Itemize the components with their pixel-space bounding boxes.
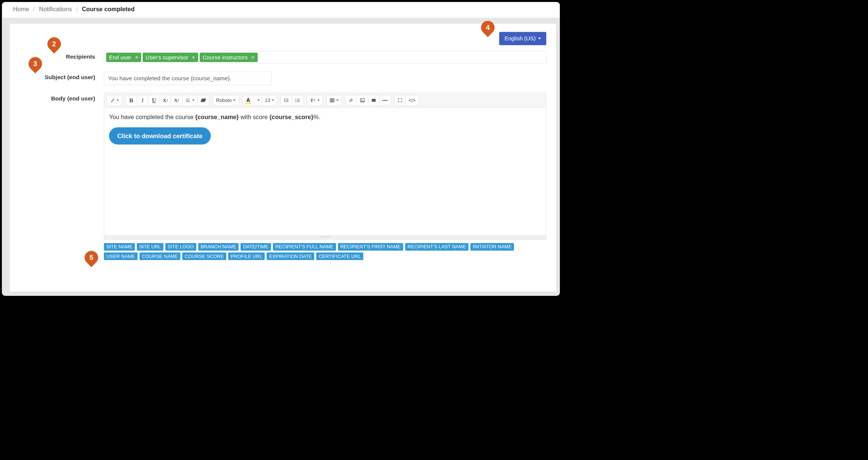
variable-chip[interactable]: SITE URL [137, 243, 163, 251]
breadcrumb-notifications[interactable]: Notifications [39, 6, 72, 13]
list-ol-icon: 123 [295, 97, 300, 103]
body-text: You have completed the course {course_na… [109, 114, 541, 121]
underline-button[interactable]: U [148, 95, 160, 105]
table-button[interactable] [326, 95, 341, 105]
variable-chip[interactable]: SITE NAME [104, 243, 135, 251]
variable-chip[interactable]: RECIPIENT'S LAST NAME [405, 243, 469, 251]
recipients-input[interactable]: End user ✕ User's supervisor ✕ Course in… [104, 51, 546, 64]
caret-down-icon [272, 100, 274, 101]
fullscreen-button[interactable] [394, 95, 406, 105]
image-button[interactable] [356, 95, 368, 105]
font-color-dropdown[interactable] [254, 95, 262, 105]
svg-point-1 [284, 100, 285, 100]
magic-tool-button[interactable] [106, 95, 122, 105]
app-window: Home / Notifications / Course completed … [2, 2, 560, 296]
link-icon [348, 97, 353, 103]
magic-wand-icon [110, 97, 115, 103]
variable-chip[interactable]: CERTIFICATE URL [316, 252, 363, 260]
video-icon [372, 99, 375, 102]
recipient-tag: User's supervisor ✕ [143, 53, 198, 62]
eraser-icon [201, 99, 206, 102]
subject-row: Subject (end user) [19, 72, 546, 85]
variable-chip[interactable]: USER NAME [104, 252, 137, 260]
remove-tag-icon[interactable]: ✕ [135, 55, 139, 60]
rich-text-editor: B I U X2 X2 [104, 93, 546, 240]
remove-tag-icon[interactable]: ✕ [251, 55, 255, 60]
caret-down-icon [192, 100, 195, 101]
editor-toolbar: B I U X2 X2 [104, 93, 546, 108]
variable-chip[interactable]: COURSE NAME [139, 252, 180, 260]
image-icon [360, 97, 365, 103]
breadcrumb-home[interactable]: Home [13, 6, 29, 13]
variable-chip[interactable]: BRANCH NAME [198, 243, 239, 251]
table-icon [329, 97, 335, 103]
code-view-button[interactable]: </> [406, 95, 419, 105]
caret-down-icon [117, 100, 119, 101]
recipient-tag: End user ✕ [106, 53, 141, 62]
ordered-list-button[interactable]: 123 [292, 95, 304, 105]
variable-chip[interactable]: RECIPIENT'S FULL NAME [273, 243, 336, 251]
recipient-tag: Course instructors ✕ [200, 53, 258, 62]
align-button[interactable] [182, 95, 198, 105]
subject-input[interactable] [104, 72, 272, 85]
editor-content-area[interactable]: You have completed the course {course_na… [104, 108, 546, 236]
variable-chip[interactable]: COURSE SCORE [182, 252, 226, 260]
main-panel: 2 3 4 5 English (US) Recipients [10, 24, 556, 291]
svg-point-2 [284, 101, 285, 102]
svg-rect-6 [330, 99, 334, 102]
variable-chips-row: SITE NAME SITE URL SITE LOGO BRANCH NAME… [104, 240, 546, 260]
video-button[interactable] [368, 95, 379, 105]
breadcrumb-separator: / [33, 6, 35, 13]
align-left-icon [185, 97, 190, 103]
recipients-row: Recipients End user ✕ User's supervisor … [19, 51, 546, 64]
svg-point-8 [361, 99, 362, 100]
eraser-button[interactable] [198, 95, 209, 105]
content-area: 2 3 4 5 English (US) Recipients [2, 18, 560, 295]
recipients-label: Recipients [19, 51, 104, 60]
variable-chip[interactable]: DATE/TIME [241, 243, 271, 251]
caret-down-icon [233, 100, 235, 101]
bold-button[interactable]: B [125, 95, 137, 105]
remove-tag-icon[interactable]: ✕ [192, 55, 195, 60]
superscript-button[interactable]: X2 [159, 95, 171, 105]
svg-point-0 [284, 99, 285, 99]
variable-chip[interactable]: PROFILE URL [228, 252, 265, 260]
caret-down-icon [336, 100, 338, 101]
breadcrumb: Home / Notifications / Course completed [2, 2, 560, 18]
horizontal-rule-button[interactable] [379, 95, 391, 105]
list-ul-icon [284, 97, 289, 103]
font-family-dropdown[interactable]: Roboto [213, 95, 239, 105]
code-icon: </> [409, 97, 416, 103]
italic-button[interactable]: I [137, 95, 148, 105]
variable-chip[interactable]: SITE LOGO [165, 243, 196, 251]
paragraph-format-dropdown[interactable]: T⇕ [307, 95, 323, 105]
subscript-button[interactable]: X2 [171, 95, 183, 105]
unordered-list-button[interactable] [281, 95, 292, 105]
subject-label: Subject (end user) [19, 72, 104, 81]
body-label: Body (end user) [19, 93, 104, 102]
caret-down-icon [317, 100, 320, 101]
variable-chip[interactable]: EXPIRATION DATE [267, 252, 314, 260]
link-button[interactable] [345, 95, 357, 105]
font-size-dropdown[interactable]: 13 [262, 95, 278, 105]
expand-icon [397, 97, 403, 103]
caret-down-icon [257, 100, 260, 101]
resize-handle[interactable] [320, 236, 330, 239]
font-color-button[interactable]: A [242, 95, 254, 105]
caret-down-icon [538, 38, 541, 40]
language-label: English (US) [505, 35, 536, 41]
variable-chip[interactable]: INITIATOR NAME [471, 243, 514, 251]
minus-icon [382, 100, 388, 101]
svg-text:3: 3 [295, 101, 297, 103]
breadcrumb-current: Course completed [82, 6, 134, 13]
download-certificate-button[interactable]: Click to download certificate [109, 127, 211, 144]
body-row: Body (end user) B [19, 93, 546, 260]
variable-chip[interactable]: RECIPIENT'S FIRST NAME [338, 243, 403, 251]
breadcrumb-separator: / [76, 6, 78, 13]
language-dropdown[interactable]: English (US) [499, 32, 546, 45]
